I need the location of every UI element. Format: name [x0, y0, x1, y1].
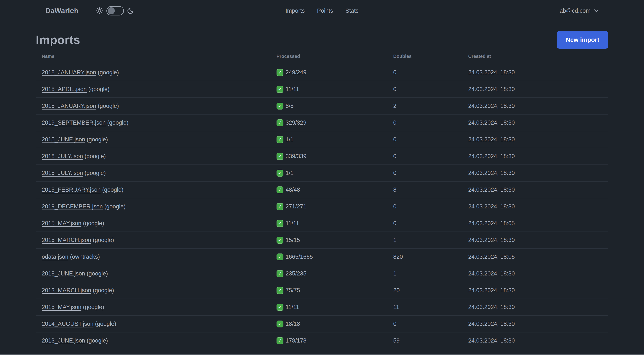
processed-cell: ✓ 48/48	[270, 181, 388, 198]
import-name-link[interactable]: odata.json	[42, 254, 68, 260]
table-row: 2013_JUNE.json (google) ✓ 178/178 59 24.…	[36, 332, 608, 349]
import-name-link[interactable]: 2015_FEBRUARY.json	[42, 186, 100, 193]
created-at-cell: 24.03.2024, 18:30	[462, 64, 608, 81]
table-row: 2015_JANUARY.json (google) ✓ 8/8 2 24.03…	[36, 98, 608, 114]
processed-value: 11/11	[286, 304, 299, 311]
processed-cell: ✓ 1665/1665	[270, 249, 388, 265]
check-icon: ✓	[276, 254, 284, 260]
table-row: 2013_MARCH.json (google) ✓ 75/75 20 24.0…	[36, 282, 608, 299]
import-source: (google)	[100, 186, 123, 193]
processed-cell: ✓ 11/11	[270, 299, 388, 316]
processed-value: 75/75	[286, 287, 300, 294]
name-cell: 2015_JANUARY.json (google)	[36, 98, 270, 114]
check-icon: ✓	[276, 86, 284, 93]
table-row: 2019_DECEMBER.json (google) ✓ 271/271 0 …	[36, 198, 608, 215]
processed-cell: ✓ 249/249	[270, 64, 388, 81]
check-icon: ✓	[276, 153, 284, 160]
import-name-link[interactable]: 2014_AUGUST.json	[42, 321, 93, 327]
created-at-cell: 24.03.2024, 18:30	[462, 232, 608, 249]
sun-icon	[96, 7, 104, 15]
page-title: Imports	[36, 33, 80, 47]
import-source: (google)	[93, 321, 116, 327]
check-icon: ✓	[276, 119, 284, 126]
created-at-cell: 24.03.2024, 18:30	[462, 282, 608, 299]
table-row: 2018_JANUARY.json (google) ✓ 249/249 0 2…	[36, 64, 608, 81]
import-name-link[interactable]: 2015_APRIL.json	[42, 86, 87, 92]
processed-value: 271/271	[286, 203, 306, 210]
import-name-link[interactable]: 2019_DECEMBER.json	[42, 203, 103, 210]
import-name-link[interactable]: 2013_MARCH.json	[42, 287, 91, 294]
import-name-link[interactable]: 2013_JUNE.json	[42, 337, 85, 344]
name-cell: 2015_MAY.json (google)	[36, 215, 270, 232]
import-name-link[interactable]: 2015_MAY.json	[42, 304, 82, 310]
name-cell: 2015_MAY.json (google)	[36, 299, 270, 316]
import-name-link[interactable]: 2015_JANUARY.json	[42, 103, 96, 109]
processed-cell: ✓ 11/11	[270, 215, 388, 232]
doubles-cell: 20	[387, 282, 462, 299]
import-name-link[interactable]: 2018_JULY.json	[42, 153, 83, 159]
name-cell: 2018_JUNE.json (google)	[36, 265, 270, 282]
table-row: 2015_JUNE.json (google) ✓ 1/1 0 24.03.20…	[36, 131, 608, 148]
table-row: 2015_FEBRUARY.json (google) ✓ 48/48 8 24…	[36, 181, 608, 198]
import-name-link[interactable]: 2015_MAY.json	[42, 220, 82, 227]
moon-icon	[127, 7, 134, 14]
import-name-link[interactable]: 2015_JUNE.json	[42, 136, 85, 143]
table-header-row: Name Processed Doubles Created at	[36, 49, 608, 64]
import-name-link[interactable]: 2018_JUNE.json	[42, 270, 85, 277]
processed-cell: ✓ 1/1	[270, 131, 388, 148]
imports-table-body: 2018_JANUARY.json (google) ✓ 249/249 0 2…	[36, 64, 608, 355]
navbar: DaWarIch	[0, 0, 644, 21]
column-header-processed: Processed	[270, 49, 388, 64]
import-source: (google)	[87, 86, 110, 92]
table-row: 2015_MAY.json (google) ✓ 11/11 11 24.03.…	[36, 299, 608, 316]
processed-value: 48/48	[286, 186, 300, 193]
import-name-link[interactable]: 2015_MARCH.json	[42, 237, 91, 243]
imports-table: Name Processed Doubles Created at 2018_J…	[36, 49, 608, 355]
created-at-cell: 24.03.2024, 18:05	[462, 249, 608, 265]
processed-value: 1/1	[286, 136, 294, 143]
column-header-name: Name	[36, 49, 270, 64]
processed-value: 11/11	[286, 86, 299, 93]
processed-cell: ✓ 11/11	[270, 81, 388, 98]
user-menu[interactable]: ab@cd.com	[560, 7, 599, 14]
theme-toggle[interactable]	[106, 6, 124, 15]
column-header-created-at: Created at	[462, 49, 608, 64]
import-name-link[interactable]: 2019_SEPTEMBER.json	[42, 119, 106, 126]
processed-value: 249/249	[286, 69, 306, 76]
column-header-doubles: Doubles	[387, 49, 462, 64]
import-name-link[interactable]: 2015_JULY.json	[42, 170, 83, 176]
doubles-cell: 2	[387, 98, 462, 114]
check-icon: ✓	[276, 136, 284, 143]
import-source: (google)	[82, 304, 104, 310]
theme-controls	[96, 6, 134, 15]
import-source: (google)	[91, 287, 114, 294]
doubles-cell: 0	[387, 64, 462, 81]
name-cell: odata.json (owntracks)	[36, 249, 270, 265]
created-at-cell: 24.03.2024, 18:30	[462, 316, 608, 332]
import-source: (google)	[83, 170, 106, 176]
theme-toggle-knob	[108, 7, 115, 14]
processed-cell: ✓ 8/8	[270, 98, 388, 114]
processed-value: 235/235	[286, 270, 306, 277]
check-icon: ✓	[276, 220, 284, 227]
created-at-cell: 24.03.2024, 18:30	[462, 265, 608, 282]
processed-cell: ✓ 1/1	[270, 165, 388, 181]
new-import-button[interactable]: New import	[557, 31, 608, 49]
created-at-cell: 24.03.2024, 18:30	[462, 181, 608, 198]
table-row: 2014_AUGUST.json (google) ✓ 18/18 0 24.0…	[36, 316, 608, 332]
import-source: (google)	[82, 220, 104, 227]
nav-link-imports[interactable]: Imports	[286, 7, 305, 14]
import-name-link[interactable]: 2018_JANUARY.json	[42, 69, 96, 76]
processed-value: 15/15	[286, 237, 300, 243]
nav-link-stats[interactable]: Stats	[345, 7, 358, 14]
doubles-cell: 1	[387, 232, 462, 249]
app-logo[interactable]: DaWarIch	[45, 7, 78, 15]
doubles-cell: 8	[387, 181, 462, 198]
nav-link-points[interactable]: Points	[317, 7, 333, 14]
name-cell: 2015_JUNE.json (google)	[36, 131, 270, 148]
import-source: (owntracks)	[68, 254, 100, 260]
doubles-cell: 820	[387, 249, 462, 265]
created-at-cell: 24.03.2024, 18:30	[462, 198, 608, 215]
doubles-cell: 1	[387, 265, 462, 282]
check-icon: ✓	[276, 287, 284, 294]
